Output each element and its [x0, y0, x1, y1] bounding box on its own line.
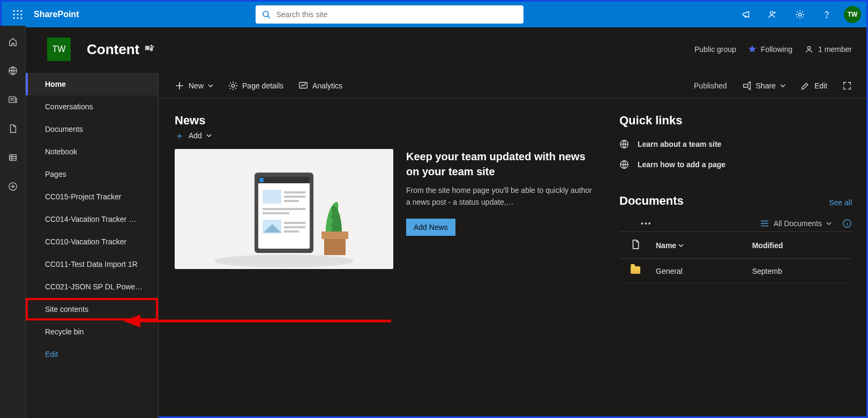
- view-picker[interactable]: All Documents: [760, 219, 832, 228]
- search-input[interactable]: [276, 10, 517, 19]
- col-name[interactable]: Name: [652, 232, 748, 259]
- megaphone-button[interactable]: [734, 2, 759, 27]
- share-icon: [742, 81, 752, 91]
- new-button[interactable]: New: [175, 81, 213, 91]
- news-webpart: News ＋ Add: [175, 114, 598, 403]
- user-avatar[interactable]: TW: [844, 6, 861, 23]
- chevron-down-icon: [678, 243, 684, 248]
- people-button[interactable]: [760, 2, 786, 27]
- global-rail-button[interactable]: [4, 65, 21, 76]
- help-button[interactable]: [814, 2, 840, 27]
- svg-rect-34: [263, 212, 289, 214]
- site-logo[interactable]: TW: [47, 38, 71, 61]
- news-icon: [8, 95, 18, 104]
- quick-links-webpart: Quick links Learn about a team siteLearn…: [619, 114, 852, 175]
- pencil-icon: [800, 81, 810, 91]
- analytics-button[interactable]: Analytics: [298, 81, 342, 91]
- sitenav-item[interactable]: Site contents: [26, 298, 158, 320]
- expand-button[interactable]: [842, 81, 852, 91]
- sitenav-item[interactable]: CC011-Test Data Import 1R: [26, 253, 158, 275]
- sitenav-item[interactable]: CC021-JSON SP DL Powe…: [26, 275, 158, 298]
- sitenav-item[interactable]: Notebook: [26, 140, 158, 163]
- svg-rect-40: [324, 237, 346, 255]
- more-button[interactable]: •••: [619, 219, 652, 228]
- home-icon: [8, 37, 18, 47]
- see-all-link[interactable]: See all: [829, 198, 852, 207]
- svg-rect-18: [145, 46, 149, 50]
- publish-status: Published: [694, 81, 727, 90]
- doc-name: General: [652, 259, 748, 283]
- sitenav-item[interactable]: CC014-Vacation Tracker …: [26, 208, 158, 230]
- sitenav-item[interactable]: CC010-Vacation Tracker: [26, 230, 158, 253]
- sitenav-item[interactable]: Documents: [26, 118, 158, 140]
- person-icon: [804, 44, 814, 54]
- add-news-menu[interactable]: ＋ Add: [175, 131, 598, 140]
- list-icon: [8, 153, 18, 162]
- svg-point-2: [20, 10, 22, 12]
- new-label: New: [189, 81, 204, 90]
- svg-rect-33: [263, 208, 305, 210]
- sitenav-item[interactable]: Home: [26, 73, 158, 95]
- people-icon: [768, 10, 778, 19]
- sitenav-item[interactable]: Edit: [26, 343, 158, 365]
- site-title[interactable]: Content: [87, 41, 139, 58]
- svg-point-5: [20, 13, 22, 15]
- table-row[interactable]: GeneralSeptemb: [619, 259, 852, 283]
- col-modified[interactable]: Modified: [748, 232, 852, 259]
- edit-button[interactable]: Edit: [800, 81, 827, 91]
- quick-links-title: Quick links: [619, 114, 852, 128]
- teams-glyph-icon: [145, 43, 154, 53]
- group-type-label: Public group: [694, 45, 736, 54]
- suite-header: SharePoint TW: [2, 2, 866, 27]
- settings-button[interactable]: [787, 2, 813, 27]
- svg-line-10: [268, 16, 270, 18]
- lists-rail-button[interactable]: [4, 152, 21, 163]
- following-label: Following: [761, 45, 792, 54]
- svg-point-6: [13, 17, 15, 19]
- create-rail-button[interactable]: [4, 181, 21, 192]
- plus-icon: ＋: [175, 131, 184, 140]
- quick-link-item[interactable]: Learn about a team site: [619, 134, 852, 154]
- news-rail-button[interactable]: [4, 94, 21, 105]
- chevron-down-icon: [780, 83, 785, 88]
- svg-rect-38: [284, 226, 305, 228]
- file-icon: [8, 124, 18, 133]
- info-icon[interactable]: [842, 219, 852, 228]
- command-bar: New Page details Analytics Published Sha…: [159, 73, 868, 99]
- view-icon: [760, 219, 769, 228]
- search-icon: [262, 10, 271, 19]
- svg-rect-27: [258, 177, 310, 183]
- svg-point-1: [17, 10, 18, 12]
- members-button[interactable]: 1 member: [804, 44, 852, 54]
- quick-link-item[interactable]: Learn how to add a page: [619, 154, 852, 175]
- share-button[interactable]: Share: [742, 81, 785, 91]
- suite-brand[interactable]: SharePoint: [34, 10, 79, 19]
- search-box[interactable]: [256, 5, 523, 24]
- add-label: Add: [189, 131, 202, 140]
- sitenav-item[interactable]: Recycle bin: [26, 320, 158, 343]
- chevron-down-icon: [206, 133, 212, 138]
- teams-icon[interactable]: [145, 43, 154, 55]
- home-rail-button[interactable]: [4, 36, 21, 47]
- col-type[interactable]: [619, 232, 652, 259]
- add-news-button[interactable]: Add News: [406, 219, 455, 236]
- svg-point-12: [798, 13, 801, 16]
- members-label: 1 member: [818, 45, 852, 54]
- svg-rect-30: [284, 191, 305, 193]
- svg-point-24: [214, 255, 354, 267]
- sitenav-item[interactable]: CC015-Project Tracker: [26, 185, 158, 208]
- app-bar: [0, 26, 26, 418]
- svg-point-4: [17, 13, 18, 15]
- plus-icon: [175, 81, 184, 91]
- app-launcher-button[interactable]: [7, 4, 28, 25]
- following-button[interactable]: Following: [748, 45, 792, 54]
- svg-rect-29: [263, 190, 281, 204]
- sitenav-item[interactable]: Pages: [26, 163, 158, 185]
- files-rail-button[interactable]: [4, 123, 21, 134]
- sitenav-item[interactable]: Conversations: [26, 95, 158, 118]
- chevron-down-icon: [208, 83, 213, 88]
- page-details-button[interactable]: Page details: [228, 81, 283, 91]
- view-label: All Documents: [774, 219, 822, 228]
- plus-circle-icon: [8, 182, 18, 191]
- news-headline: Keep your team updated with news on your…: [406, 149, 598, 179]
